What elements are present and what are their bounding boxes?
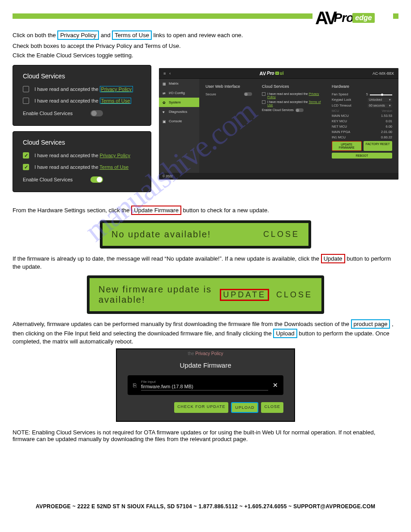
accept-pp-checkbox[interactable] — [23, 86, 29, 92]
update-button[interactable]: UPDATE — [220, 289, 269, 301]
topbar: ≡ ‹ AV Pro ≡ ui AC-MX-88X — [159, 68, 398, 79]
sidebar: ▦Matrix ⇄I/O Config ✿System ♥Diagnostics… — [159, 79, 199, 173]
lcd-row: LCD Timeout 60 seconds▾ — [332, 103, 392, 108]
close-button[interactable]: CLOSE — [276, 290, 313, 300]
terms-of-use-link[interactable]: Terms of Use — [99, 164, 128, 170]
privacy-policy-highlight: Privacy Policy — [57, 30, 99, 40]
accept-tu-row: I have read and accepted the Terms of Us… — [23, 98, 141, 104]
panel-title: Cloud Services — [23, 139, 141, 146]
label: I have read and accepted the Privacy Pol… — [34, 86, 133, 92]
file-input-value: firmware.fwm (17.8 MB) — [141, 384, 268, 390]
step-4: Check both boxes to accept the Privacy P… — [13, 43, 398, 49]
text: Alternatively, firmware updates can be p… — [13, 321, 351, 327]
text: I have read and accepted the — [34, 153, 98, 158]
update-firmware-button[interactable]: UPDATE FIRMWARE — [332, 141, 362, 151]
secure-toggle[interactable] — [244, 92, 252, 96]
label: Enable Cloud Services — [262, 108, 294, 112]
nav-diagnostics[interactable]: ♥Diagnostics — [159, 107, 199, 116]
message: No update available! — [111, 229, 211, 240]
check-for-update-button[interactable]: CHECK FOR UPDATE — [174, 402, 228, 413]
terms-of-use-link[interactable]: Terms of Use — [100, 98, 132, 104]
message: New firmware update is available! — [98, 284, 220, 305]
chevron-down-icon: ▾ — [389, 98, 391, 102]
grid-icon: ▦ — [163, 82, 166, 86]
accept-tu-row: ✓ I have read and accepted the Terms of … — [23, 164, 141, 170]
privacy-policy-link[interactable]: Privacy Policy — [100, 153, 130, 158]
ver-hdr: Version — [382, 109, 392, 112]
secure-row: Secure — [206, 92, 252, 96]
enable-cloud-toggle[interactable] — [90, 110, 103, 116]
brand: AV Pro ≡ ui — [260, 71, 284, 76]
label: I have read and accepted the Privacy Pol… — [34, 153, 130, 158]
fan-value: 5 — [366, 92, 368, 96]
mini-enable-row: Enable Cloud Services — [262, 108, 322, 112]
col-title: Hardware — [332, 84, 392, 89]
system-screenshot: ≡ ‹ AV Pro ≡ ui AC-MX-88X ▦Matrix ⇄I/O C… — [159, 68, 398, 180]
file-input[interactable]: ⎘ File input firmware.fwm (17.8 MB) ✕ — [128, 375, 283, 395]
note-text: NOTE: Enabling Cloud Services is not req… — [13, 429, 398, 442]
logo-av: AV — [260, 71, 266, 76]
col-title: User Web Interface — [206, 84, 252, 89]
keypad-row: Keypad Lock Unlocked▾ — [332, 98, 392, 102]
chevron-down-icon: ▾ — [389, 104, 391, 107]
accept-tu-checkbox[interactable]: ✓ — [23, 164, 29, 170]
close-button[interactable]: CLOSE — [261, 402, 283, 413]
label: LCD Timeout — [332, 103, 351, 108]
label: Console — [169, 119, 182, 123]
clear-file-icon[interactable]: ✕ — [273, 382, 278, 389]
mcu-header-row: MCU Version — [332, 109, 392, 112]
cloud-services-col: Cloud Services I have read and accepted … — [258, 82, 325, 170]
text: I have read and accepted the — [34, 98, 98, 103]
update-firmware-highlight: Update Firmware — [131, 206, 181, 215]
fan-slider[interactable] — [370, 94, 392, 95]
enable-cloud-toggle[interactable] — [90, 176, 103, 183]
close-button[interactable]: CLOSE — [263, 230, 300, 239]
upload-button[interactable]: UPLOAD — [231, 402, 258, 413]
mini-pp-row: I have read and accepted the Privacy Pol… — [262, 92, 322, 99]
page-footer: AVPROEDGE ~ 2222 E 52ND ST N SIOUX FALLS… — [0, 503, 411, 510]
heart-icon: ♥ — [163, 110, 166, 114]
lcd-select[interactable]: 60 seconds▾ — [368, 103, 392, 108]
accept-tu-checkbox[interactable] — [23, 98, 29, 104]
label: Diagnostics — [169, 110, 187, 114]
enable-toggle[interactable] — [295, 108, 304, 112]
reboot-button[interactable]: REBOOT — [332, 153, 392, 159]
check-icon: ✓ — [24, 153, 28, 159]
label: I have read and accepted the Terms of Us… — [34, 164, 128, 170]
swap-icon: ⇄ — [163, 91, 166, 95]
check-icon: ✓ — [24, 164, 28, 170]
step-6: From the Hardware Settings section, clic… — [13, 206, 398, 215]
enable-label: Enable Cloud Services — [23, 177, 73, 182]
nav-matrix[interactable]: ▦Matrix — [159, 79, 199, 88]
sys-footer: © 2022 — [159, 173, 398, 180]
checkbox[interactable] — [262, 92, 265, 96]
logo-pro: Pro — [267, 71, 274, 76]
checkbox[interactable] — [262, 100, 265, 104]
enable-label: Enable Cloud Services — [23, 111, 73, 116]
mcu-row: NET MCU6.00 — [332, 124, 392, 129]
factory-reset-button[interactable]: FACTORY RESET — [364, 141, 393, 151]
dim-pp-link: Privacy Policy — [195, 351, 223, 356]
keypad-select[interactable]: Unlocked▾ — [368, 98, 392, 102]
dim-top-strip: the Privacy Policy — [117, 351, 294, 356]
text: I have read and accepted the — [34, 164, 98, 170]
privacy-policy-link[interactable]: Privacy Policy — [100, 86, 133, 92]
nav-ioconfig[interactable]: ⇄I/O Config — [159, 88, 199, 98]
label: I/O Config — [169, 91, 185, 95]
dialog-title: Update Firmware — [117, 361, 294, 369]
back-icon[interactable]: ‹ — [169, 71, 171, 76]
model-label: AC-MX-88X — [372, 71, 394, 76]
text: I have read and accepted the — [34, 86, 98, 92]
terminal-icon: ▣ — [163, 120, 166, 123]
nav-console[interactable]: ▣Console — [159, 116, 199, 126]
accept-pp-row: I have read and accepted the Privacy Pol… — [23, 86, 141, 92]
accept-pp-checkbox[interactable]: ✓ — [23, 152, 29, 159]
attachment-icon: ⎘ — [133, 382, 137, 389]
nav-system[interactable]: ✿System — [159, 98, 199, 107]
product-page-highlight: product page — [351, 319, 390, 329]
label: I have read and accepted the Privacy Pol… — [267, 92, 322, 99]
text: From the Hardware Settings section, clic… — [13, 207, 131, 214]
menu-icon[interactable]: ≡ — [163, 71, 166, 76]
label: System — [169, 100, 181, 104]
new-update-callout: New firmware update is available! UPDATE… — [87, 275, 324, 314]
